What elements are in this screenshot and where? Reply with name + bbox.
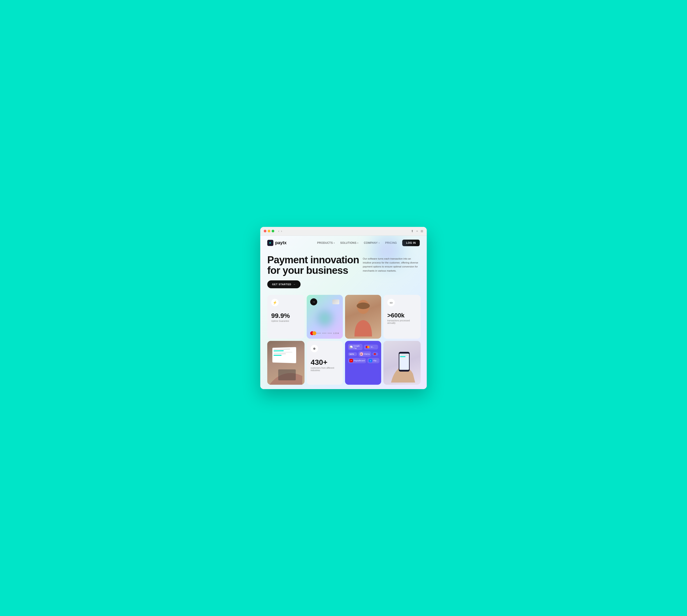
svg-rect-6: [400, 356, 406, 357]
transactions-card: ▭ >600k transactions processed annually: [383, 295, 420, 339]
arrow-icon: →: [293, 283, 296, 286]
page-content: paytx PRODUCTS + SOLUTIONS + COMPANY + P…: [260, 236, 427, 389]
klarna-logo: K.: [360, 352, 363, 356]
nav-solutions[interactable]: SOLUTIONS +: [340, 241, 359, 244]
browser-icons: ⬆ + ⊞: [411, 229, 423, 233]
svg-rect-8: [400, 359, 407, 360]
credit-card-top: →: [310, 299, 339, 305]
unionpay-item: U: [372, 352, 378, 356]
mastercard-item: M...: [364, 345, 378, 349]
cards-grid: ⚡ 99.9% Uptime Guarantee →: [260, 290, 427, 389]
card-arrow-icon: →: [310, 299, 317, 305]
nav-pricing[interactable]: PRICING: [385, 241, 397, 244]
payment-methods-card: G Pay Google Pay M... SEPA: [345, 341, 381, 385]
woman-photo-card: [345, 295, 381, 339]
grid-icon[interactable]: ⊞: [420, 229, 423, 233]
mastercard-label: M...: [371, 346, 374, 348]
svg-rect-4: [399, 354, 409, 370]
uptime-card: ⚡ 99.9% Uptime Guarantee: [267, 295, 304, 339]
mastercard-item-logo: [366, 346, 370, 348]
browser-window: ‹ › ⬆ + ⊞ paytx PRODUCTS: [260, 227, 427, 389]
klarna-item: K. Klarna: [359, 351, 371, 357]
nav-links: PRODUCTS + SOLUTIONS + COMPANY + PRICING…: [317, 240, 420, 246]
logo-text: paytx: [275, 240, 287, 245]
woman-image: [345, 295, 381, 339]
paysafe-item: P Paysafecard: [348, 358, 366, 363]
phone-image: [383, 341, 420, 385]
card-chip: [332, 300, 339, 304]
laptop-image: [267, 341, 304, 385]
calendar-icon: ▭: [387, 299, 395, 306]
paysafe-logo: P: [349, 359, 353, 362]
logo[interactable]: paytx: [267, 240, 287, 246]
users-icon: ⊕: [311, 345, 318, 352]
nav-products[interactable]: PRODUCTS +: [317, 241, 335, 244]
maximize-dot[interactable]: [272, 230, 274, 233]
customers-label: customers from different industries: [311, 367, 339, 372]
browser-dots: [264, 230, 274, 233]
card-number: •••• •••• •••• 1234: [317, 332, 339, 334]
hero-description: Our software turns each transaction into…: [363, 257, 420, 273]
hero-section: Payment innovation for your business GET…: [260, 250, 427, 288]
customers-card: ⊕ 430+ customers from different industri…: [307, 341, 343, 385]
payment-row-1: G Pay Google Pay M...: [348, 344, 378, 350]
unionpay-logo: U: [374, 353, 376, 355]
transactions-label: transactions processed annually: [387, 320, 417, 324]
card-blob: [310, 305, 339, 331]
credit-card-bottom: •••• •••• •••• 1234: [310, 331, 339, 335]
svg-rect-7: [400, 358, 408, 358]
bookmark-icon[interactable]: +: [416, 229, 418, 233]
mastercard-logo: [310, 331, 316, 335]
sepa-logo: SEPA: [349, 353, 354, 355]
svg-rect-2: [278, 369, 296, 380]
logo-icon: [267, 240, 273, 246]
lightning-icon: ⚡: [271, 299, 279, 306]
phone-card: [383, 341, 420, 385]
browser-toolbar: ‹ › ⬆ + ⊞: [260, 227, 427, 236]
close-dot[interactable]: [264, 230, 267, 233]
laptop-card: [267, 341, 304, 385]
svg-point-1: [357, 303, 370, 309]
login-button[interactable]: LOG IN: [402, 240, 420, 246]
uptime-number: 99.9%: [271, 312, 301, 319]
klarna-label: Klarna: [364, 353, 370, 355]
google-pay-label: Google Pay: [353, 345, 361, 349]
navbar: paytx PRODUCTS + SOLUTIONS + COMPANY + P…: [260, 236, 427, 250]
browser-nav: ‹ ›: [278, 229, 282, 233]
payment-row-2: SEPA K. Klarna U: [348, 351, 378, 357]
paysafe-label: Paysafecard: [354, 359, 365, 362]
hero-title: Payment innovation for your business: [267, 255, 372, 276]
alipay-label: Alip...: [373, 359, 378, 362]
back-button[interactable]: ‹: [278, 229, 279, 233]
forward-button[interactable]: ›: [281, 229, 282, 233]
google-pay-logo: G Pay: [349, 346, 352, 348]
alipay-item: A Alip...: [367, 358, 380, 363]
alipay-logo: A: [369, 359, 372, 362]
credit-card: → •••• •••• •••• 1234: [307, 295, 343, 339]
share-icon[interactable]: ⬆: [411, 229, 414, 233]
sepa-item: SEPA: [348, 352, 357, 356]
transactions-number: >600k: [387, 312, 417, 318]
mc-circle-orange: [313, 331, 316, 335]
blob-decoration: [316, 310, 334, 327]
nav-company[interactable]: COMPANY +: [364, 241, 380, 244]
get-started-button[interactable]: GET STARTED →: [267, 280, 301, 288]
svg-rect-5: [400, 354, 408, 356]
minimize-dot[interactable]: [268, 230, 270, 233]
payment-row-3: P Paysafecard A Alip...: [348, 358, 378, 363]
customers-number: 430+: [311, 358, 339, 366]
uptime-label: Uptime Guarantee: [271, 320, 301, 322]
google-pay-item: G Pay Google Pay: [348, 344, 363, 350]
